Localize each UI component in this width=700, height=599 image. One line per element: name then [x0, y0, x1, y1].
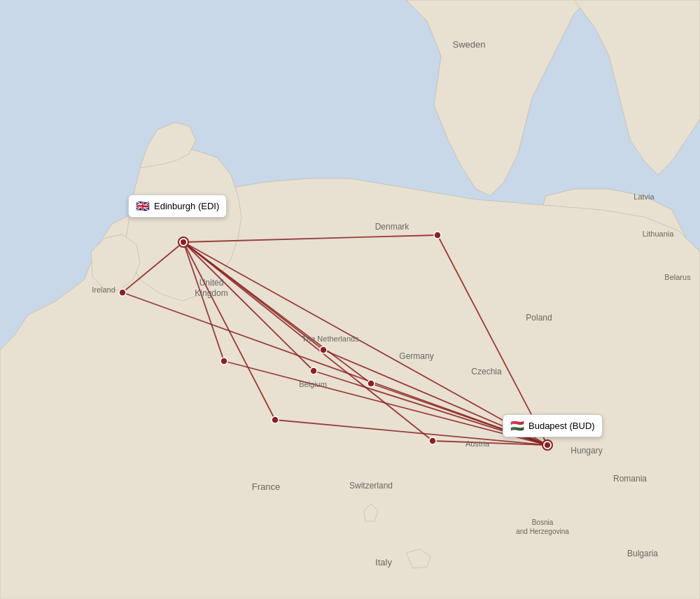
- svg-text:Czechia: Czechia: [471, 367, 502, 376]
- svg-text:Belarus: Belarus: [664, 273, 691, 281]
- svg-text:The Netherlands: The Netherlands: [302, 334, 359, 343]
- svg-text:France: France: [252, 481, 280, 492]
- svg-text:Switzerland: Switzerland: [349, 481, 393, 491]
- budapest-city-name: Budapest (BUD): [528, 421, 595, 431]
- svg-text:Italy: Italy: [375, 557, 392, 568]
- svg-point-23: [368, 380, 374, 387]
- svg-text:Austria: Austria: [465, 439, 490, 448]
- svg-text:Bosnia: Bosnia: [532, 519, 554, 526]
- svg-point-25: [429, 437, 436, 444]
- svg-text:Poland: Poland: [526, 313, 552, 323]
- svg-text:Romania: Romania: [613, 474, 647, 484]
- svg-text:United: United: [200, 278, 224, 288]
- edinburgh-flag: 🇬🇧: [136, 199, 150, 213]
- svg-point-19: [220, 358, 227, 365]
- svg-point-27: [181, 239, 186, 245]
- svg-text:Denmark: Denmark: [375, 222, 410, 232]
- svg-point-29: [545, 442, 550, 448]
- svg-text:Kingdom: Kingdom: [195, 288, 227, 298]
- budapest-label: 🇭🇺 Budapest (BUD): [503, 414, 603, 437]
- svg-text:Bulgaria: Bulgaria: [627, 549, 658, 558]
- edinburgh-city-name: Edinburgh (EDI): [154, 201, 219, 211]
- svg-text:Hungary: Hungary: [570, 446, 602, 456]
- svg-text:Latvia: Latvia: [634, 192, 654, 201]
- svg-point-21: [320, 346, 327, 353]
- svg-point-22: [310, 367, 317, 374]
- edinburgh-label: 🇬🇧 Edinburgh (EDI): [128, 195, 227, 218]
- svg-text:and Herzegovina: and Herzegovina: [516, 528, 569, 535]
- svg-point-18: [119, 289, 126, 296]
- map-svg: Sweden Latvia Lithuania Belarus Poland C…: [0, 0, 700, 599]
- svg-text:Lithuania: Lithuania: [643, 230, 675, 238]
- svg-text:Sweden: Sweden: [453, 39, 486, 50]
- svg-text:Belgium: Belgium: [299, 380, 327, 388]
- budapest-flag: 🇭🇺: [510, 419, 524, 432]
- svg-text:Germany: Germany: [399, 351, 433, 361]
- svg-text:Ireland: Ireland: [92, 286, 115, 294]
- svg-point-20: [434, 232, 441, 239]
- svg-point-24: [272, 416, 279, 423]
- map-container: Sweden Latvia Lithuania Belarus Poland C…: [0, 0, 700, 599]
